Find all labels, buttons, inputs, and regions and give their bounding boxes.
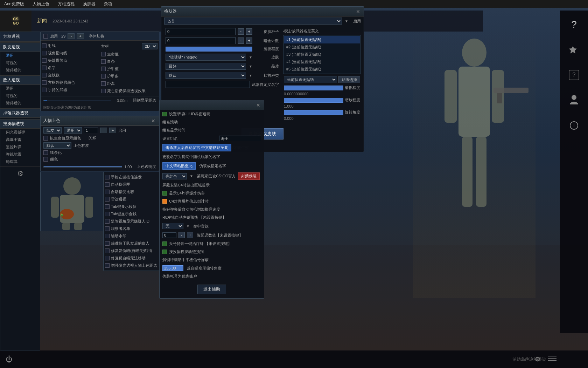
sticker-item-5[interactable]: #5 (当前位置无贴纸) [284, 66, 360, 73]
view-angle-checkbox[interactable] [42, 51, 47, 55]
sticker-list[interactable]: #1 (当前位置无贴纸) #2 (当前位置无贴纸) #3 (当前位置无贴纸) #… [283, 35, 361, 74]
box-type-select[interactable]: 2D 3D [142, 43, 158, 49]
seed-input[interactable] [166, 28, 236, 35]
deflect-input[interactable] [162, 265, 183, 271]
nav-item-teammate-visible[interactable]: 可视的 [0, 59, 40, 67]
sticker-rotate-slider[interactable] [284, 110, 343, 115]
observer-checkbox[interactable] [105, 226, 110, 231]
radar-checkbox[interactable] [105, 197, 110, 202]
wear-slider[interactable] [166, 47, 252, 52]
fix-move-checkbox[interactable] [105, 256, 110, 260]
outline-color-checkbox[interactable] [42, 80, 47, 85]
menu-box-view[interactable]: 方框透视 [56, 0, 76, 8]
nav-item-enemy-common[interactable]: 通用 [0, 85, 40, 92]
sticker-select-btn[interactable]: 贴纸选择 [338, 76, 360, 83]
seed-minus[interactable]: - [238, 28, 244, 35]
auto-accept-checkbox[interactable] [105, 190, 110, 194]
power-icon[interactable]: ⏻ [6, 355, 13, 363]
money-checkbox[interactable] [42, 73, 47, 77]
nav-item-bounce[interactable]: 弹跳地雷 [0, 151, 40, 158]
weapon-select[interactable]: 匕首 [164, 18, 342, 25]
sticker-item-3[interactable]: #3 (当前位置无贴纸) [284, 51, 360, 58]
group-name-input[interactable] [219, 136, 261, 141]
help-icon[interactable]: ? [566, 16, 582, 33]
color-select[interactable]: 亮红色 [162, 173, 187, 179]
skin-name-select[interactable]: *哒哒哒* (negev) [166, 54, 246, 61]
dark-input[interactable] [166, 37, 236, 44]
blood-bar-checkbox[interactable] [101, 59, 106, 64]
head-bone-checkbox[interactable] [42, 58, 47, 63]
sticker-position-select[interactable]: 当前位置无贴纸 [284, 76, 337, 83]
sticker-scale-slider[interactable] [284, 98, 343, 103]
kill-msg-btn[interactable]: 击杀敌人后自动发言 中文请粘贴至此 [162, 144, 231, 151]
medkit-checkbox[interactable] [162, 241, 167, 246]
line-checkbox[interactable] [43, 150, 48, 155]
exit-button[interactable]: 退出辅助 [197, 285, 226, 294]
dark-minus[interactable]: - [238, 38, 244, 44]
quality-select[interactable]: 最好 [166, 63, 246, 70]
fix-revenge-checkbox[interactable] [105, 248, 110, 253]
c4-damage-checkbox[interactable] [162, 191, 167, 196]
team-select[interactable]: 队友 敌人 [43, 127, 62, 134]
question2-icon[interactable]: ? [566, 67, 582, 83]
sticker-item-2[interactable]: #2 (当前位置无贴纸) [284, 43, 360, 51]
increment-btn[interactable]: + [77, 33, 84, 39]
paste-name-btn[interactable]: 中文请粘贴至此 [162, 162, 196, 170]
mode-num-input[interactable] [84, 128, 98, 133]
delay-minus[interactable]: - [178, 232, 185, 238]
sticker-item-4[interactable]: #4 (当前位置无贴纸) [284, 58, 360, 66]
sticker-wear-slider[interactable] [284, 86, 343, 90]
weapon-name-input[interactable] [166, 81, 250, 88]
c4-timer-checkbox[interactable] [162, 199, 167, 204]
rayline-checkbox[interactable] [42, 43, 47, 48]
sticker-item-1[interactable]: #1 (当前位置无贴纸) [284, 36, 360, 43]
menu-misc[interactable]: 杂项 [103, 0, 114, 8]
color-checkbox[interactable] [43, 157, 48, 162]
nav-item-enemy-visible[interactable]: 可视的 [0, 92, 40, 100]
nav-item-enemy-behind[interactable]: 障碍后的 [0, 100, 40, 107]
tab-money-checkbox[interactable] [105, 212, 110, 216]
dark-plus[interactable]: + [246, 38, 252, 44]
mode-decrement[interactable]: - [100, 128, 107, 133]
held-weapon-checkbox[interactable] [42, 88, 47, 92]
health-val-checkbox[interactable] [101, 52, 106, 56]
misc-panel-close[interactable]: ✕ [255, 102, 261, 108]
material-select[interactable]: 默认 [43, 142, 71, 149]
keep-vision-checkbox[interactable] [101, 89, 106, 93]
armor-bar-checkbox[interactable] [101, 74, 106, 79]
menu-skin[interactable]: 换肤器 [82, 0, 97, 8]
bottom-right-icon[interactable] [547, 353, 557, 364]
name-checkbox[interactable] [42, 66, 47, 70]
rank-icon[interactable] [566, 41, 582, 58]
health-color-checkbox[interactable] [43, 136, 48, 141]
skin-panel-close[interactable]: ✕ [355, 9, 361, 14]
nav-item-flash[interactable]: 闪光震撼弹 [0, 129, 40, 136]
nav-item-remote[interactable]: 遥控炸弹 [0, 143, 40, 151]
menu-character-color[interactable]: 人物上色 [31, 0, 51, 8]
knife-type-select[interactable]: 默认 [166, 72, 246, 79]
distance-checkbox[interactable] [101, 81, 106, 86]
nav-item-decoy[interactable]: 诱饵弹 [0, 158, 40, 165]
alpha-slider[interactable] [43, 166, 122, 168]
aim-behind-checkbox[interactable] [105, 241, 110, 246]
person-icon[interactable] [566, 92, 582, 109]
enhance-glow-checkbox[interactable] [105, 263, 110, 268]
menu-ace[interactable]: Ace免费版 [3, 0, 26, 8]
armor-val-checkbox[interactable] [101, 67, 106, 71]
nav-item-teammate-behind[interactable]: 障碍后的 [0, 67, 40, 74]
enable-checkbox[interactable] [43, 34, 48, 39]
distance-slider[interactable] [43, 100, 111, 101]
delay-plus[interactable]: + [187, 232, 193, 238]
settings-gear-icon[interactable]: ⚙ [17, 169, 23, 178]
tab-rank-checkbox[interactable] [105, 204, 110, 209]
auto-reload-checkbox[interactable] [105, 182, 110, 187]
hit-sound-select[interactable]: 无 [162, 223, 183, 229]
color-panel-close[interactable]: ✕ [150, 118, 156, 124]
spec-id-checkbox[interactable] [105, 219, 110, 224]
hud-transparent-checkbox[interactable] [162, 112, 167, 116]
watermark-checkbox[interactable] [105, 234, 110, 238]
ban-btn[interactable]: 封禁伪装 [238, 172, 260, 180]
nav-item-grenade[interactable]: 高爆手雷 [0, 136, 40, 143]
throw-traj-checkbox[interactable] [162, 250, 167, 254]
info-icon[interactable]: i [566, 117, 582, 134]
